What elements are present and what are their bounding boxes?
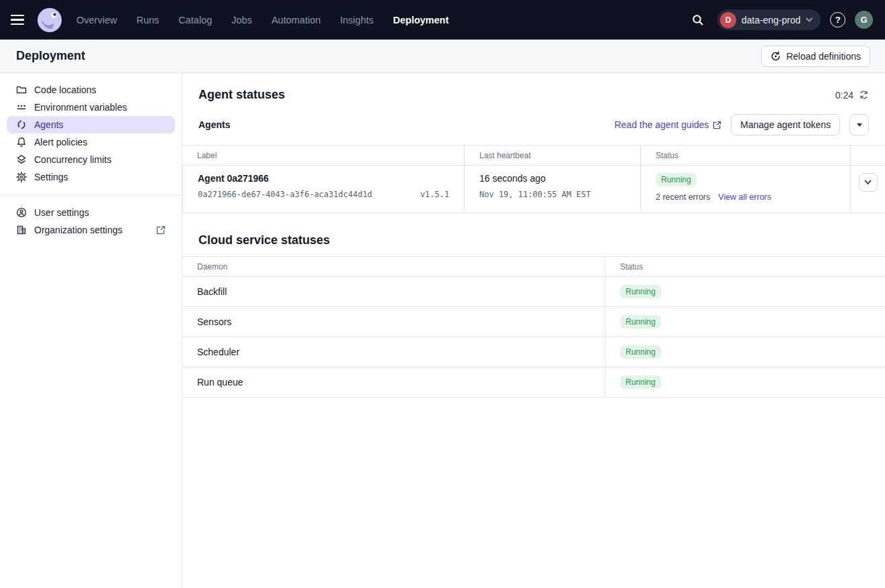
variables-icon xyxy=(16,102,27,113)
agents-more-actions-button[interactable] xyxy=(849,114,869,135)
sidebar-item-environment-variables[interactable]: Environment variables xyxy=(7,99,175,116)
manage-agent-tokens-button[interactable]: Manage agent tokens xyxy=(731,114,840,135)
daemon-status-cell: Running xyxy=(605,367,885,398)
daemon-status-cell: Running xyxy=(605,307,885,337)
agent-heartbeat-cell: 16 seconds ago Nov 19, 11:00:55 AM EST xyxy=(464,166,640,213)
daemon-name: Run queue xyxy=(182,367,605,398)
nav-item-insights[interactable]: Insights xyxy=(340,15,373,25)
page-header: Deployment Reload definitions xyxy=(0,40,885,73)
agent-status-cell: Running 2 recent errors View all errors xyxy=(640,166,850,213)
sidebar-item-label: Alert policies xyxy=(34,137,87,148)
column-header-status: Status xyxy=(640,145,850,166)
folder-icon xyxy=(16,84,27,95)
agents-section-label: Agents xyxy=(198,119,230,130)
daemon-name: Scheduler xyxy=(182,337,605,367)
sidebar-item-label: Organization settings xyxy=(34,225,123,235)
agent-label-cell: Agent 0a271966 0a271966-de67-4043-a3f6-a… xyxy=(182,166,464,213)
caret-down-icon xyxy=(857,123,862,127)
reload-definitions-button[interactable]: Reload definitions xyxy=(761,46,870,67)
building-icon xyxy=(16,225,27,235)
column-header-actions xyxy=(850,145,885,166)
deployment-initial-badge: D xyxy=(720,12,736,28)
deployment-name: data-eng-prod xyxy=(742,15,801,25)
sidebar-item-user-settings[interactable]: User settings xyxy=(7,204,175,221)
status-badge: Running xyxy=(620,285,661,298)
nav-item-deployment[interactable]: Deployment xyxy=(393,15,449,25)
reload-definitions-label: Reload definitions xyxy=(786,51,861,62)
daemon-status-cell: Running xyxy=(605,277,885,307)
status-badge: Running xyxy=(620,345,661,359)
column-header-last-heartbeat: Last heartbeat xyxy=(464,145,640,166)
sidebar-item-label: Code locations xyxy=(34,84,97,95)
agent-guides-link[interactable]: Read the agent guides xyxy=(614,119,721,130)
sidebar-item-agents[interactable]: Agents xyxy=(7,116,175,133)
column-header-label: Label xyxy=(182,145,464,166)
agent-statuses-heading: Agent statuses xyxy=(198,88,285,102)
status-badge: Running xyxy=(656,173,697,186)
chevron-down-icon xyxy=(864,180,872,185)
agent-expand-cell xyxy=(850,166,885,213)
sidebar-item-organization-settings[interactable]: Organization settings xyxy=(7,221,175,239)
help-icon[interactable]: ? xyxy=(830,12,845,27)
cloud-service-statuses-heading: Cloud service statuses xyxy=(198,233,869,247)
refresh-icon[interactable] xyxy=(859,90,869,100)
recent-errors-count: 2 recent errors xyxy=(656,192,710,202)
external-link-icon xyxy=(713,121,721,129)
agents-table: Label Last heartbeat Status Agent 0a2719… xyxy=(182,145,885,213)
refresh-countdown: 0:24 xyxy=(835,90,869,101)
sidebar-item-settings[interactable]: Settings xyxy=(7,168,175,186)
deployment-sidebar: Code locations Environment variables Age… xyxy=(0,73,182,588)
primary-nav: Overview Runs Catalog Jobs Automation In… xyxy=(76,15,449,25)
chevron-down-icon xyxy=(806,17,813,22)
heartbeat-timestamp: Nov 19, 11:00:55 AM EST xyxy=(479,190,626,199)
sidebar-item-label: Agents xyxy=(34,119,64,130)
user-avatar[interactable]: G xyxy=(855,11,873,29)
bell-icon xyxy=(16,137,27,148)
status-badge: Running xyxy=(620,375,661,389)
sidebar-item-alert-policies[interactable]: Alert policies xyxy=(7,133,175,151)
daemon-status-cell: Running xyxy=(605,337,885,367)
nav-item-automation[interactable]: Automation xyxy=(272,15,320,25)
agent-version: v1.5.1 xyxy=(420,190,449,199)
daemon-name: Sensors xyxy=(182,307,605,337)
agent-expand-button[interactable] xyxy=(859,173,878,192)
nav-item-runs[interactable]: Runs xyxy=(136,15,159,25)
hamburger-menu-icon[interactable] xyxy=(11,11,28,29)
nav-item-jobs[interactable]: Jobs xyxy=(231,15,252,25)
cloud-services-table: Daemon Status Backfill Running Sensors R… xyxy=(182,256,885,398)
sidebar-divider xyxy=(0,194,182,195)
countdown-value: 0:24 xyxy=(835,90,853,101)
agent-icon xyxy=(16,119,27,130)
agent-id: 0a271966-de67-4043-a3f6-aca31dc44d1d xyxy=(198,190,372,199)
heartbeat-relative: 16 seconds ago xyxy=(479,173,626,184)
column-header-daemon: Daemon xyxy=(182,257,605,277)
user-icon xyxy=(16,207,27,218)
dagster-logo-icon[interactable] xyxy=(38,8,62,32)
search-icon[interactable] xyxy=(688,10,708,30)
status-badge: Running xyxy=(620,315,661,329)
navbar-right-cluster: D data-eng-prod ? G xyxy=(688,9,873,30)
nav-item-catalog[interactable]: Catalog xyxy=(178,15,212,25)
main-content: Agent statuses 0:24 Agents Read the agen… xyxy=(182,73,885,588)
nav-item-overview[interactable]: Overview xyxy=(76,15,117,25)
sidebar-item-label: User settings xyxy=(34,207,89,218)
view-all-errors-link[interactable]: View all errors xyxy=(718,192,771,202)
agent-name: Agent 0a271966 xyxy=(198,173,449,184)
manage-agent-tokens-label: Manage agent tokens xyxy=(740,119,831,130)
sidebar-item-code-locations[interactable]: Code locations xyxy=(7,81,175,99)
page-title: Deployment xyxy=(16,49,85,63)
sidebar-item-label: Environment variables xyxy=(34,102,127,113)
sidebar-item-label: Settings xyxy=(34,172,68,182)
gear-icon xyxy=(16,172,27,182)
layers-icon xyxy=(16,154,27,165)
agent-guides-link-label: Read the agent guides xyxy=(614,119,709,130)
sidebar-item-label: Concurrency limits xyxy=(34,154,111,165)
deployment-switcher[interactable]: D data-eng-prod xyxy=(717,9,821,30)
external-link-icon xyxy=(156,225,166,235)
top-navbar: Overview Runs Catalog Jobs Automation In… xyxy=(0,0,885,40)
reload-icon xyxy=(770,51,781,62)
sidebar-item-concurrency-limits[interactable]: Concurrency limits xyxy=(7,151,175,168)
daemon-name: Backfill xyxy=(182,277,605,307)
column-header-status: Status xyxy=(605,257,885,277)
